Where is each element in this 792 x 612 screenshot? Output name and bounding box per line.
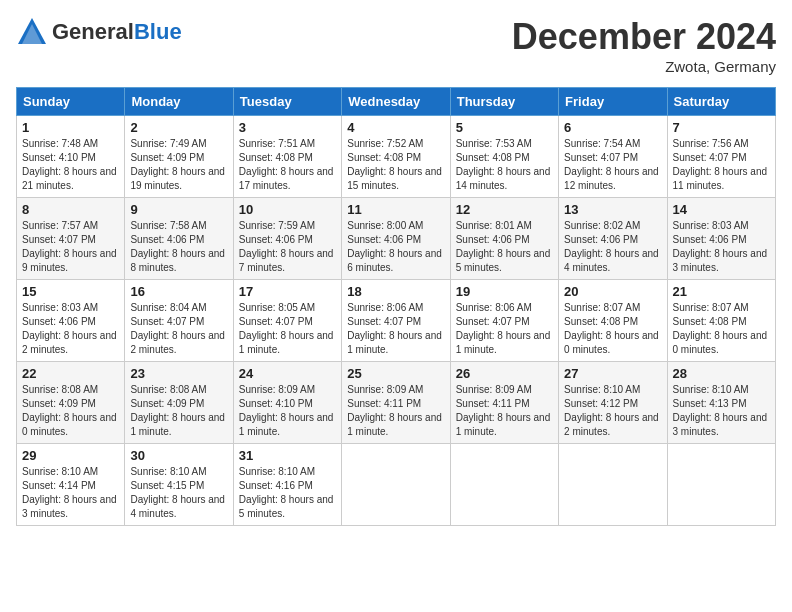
calendar-day-cell: [450, 444, 558, 526]
weekday-header-cell: Thursday: [450, 88, 558, 116]
calendar-table: SundayMondayTuesdayWednesdayThursdayFrid…: [16, 87, 776, 526]
calendar-day-cell: 10 Sunrise: 7:59 AM Sunset: 4:06 PM Dayl…: [233, 198, 341, 280]
day-info: Sunrise: 8:00 AM Sunset: 4:06 PM Dayligh…: [347, 219, 444, 275]
day-number: 13: [564, 202, 661, 217]
day-info: Sunrise: 7:58 AM Sunset: 4:06 PM Dayligh…: [130, 219, 227, 275]
day-info: Sunrise: 8:10 AM Sunset: 4:16 PM Dayligh…: [239, 465, 336, 521]
day-info: Sunrise: 8:07 AM Sunset: 4:08 PM Dayligh…: [673, 301, 770, 357]
day-info: Sunrise: 7:56 AM Sunset: 4:07 PM Dayligh…: [673, 137, 770, 193]
day-info: Sunrise: 8:05 AM Sunset: 4:07 PM Dayligh…: [239, 301, 336, 357]
day-number: 21: [673, 284, 770, 299]
calendar-body: 1 Sunrise: 7:48 AM Sunset: 4:10 PM Dayli…: [17, 116, 776, 526]
weekday-header-cell: Wednesday: [342, 88, 450, 116]
day-info: Sunrise: 7:53 AM Sunset: 4:08 PM Dayligh…: [456, 137, 553, 193]
calendar-day-cell: 6 Sunrise: 7:54 AM Sunset: 4:07 PM Dayli…: [559, 116, 667, 198]
day-number: 27: [564, 366, 661, 381]
month-title: December 2024: [512, 16, 776, 58]
day-number: 15: [22, 284, 119, 299]
day-info: Sunrise: 8:08 AM Sunset: 4:09 PM Dayligh…: [130, 383, 227, 439]
day-number: 7: [673, 120, 770, 135]
day-number: 29: [22, 448, 119, 463]
day-info: Sunrise: 8:02 AM Sunset: 4:06 PM Dayligh…: [564, 219, 661, 275]
day-info: Sunrise: 7:59 AM Sunset: 4:06 PM Dayligh…: [239, 219, 336, 275]
day-number: 26: [456, 366, 553, 381]
calendar-day-cell: [559, 444, 667, 526]
day-info: Sunrise: 8:08 AM Sunset: 4:09 PM Dayligh…: [22, 383, 119, 439]
day-number: 31: [239, 448, 336, 463]
calendar-day-cell: 26 Sunrise: 8:09 AM Sunset: 4:11 PM Dayl…: [450, 362, 558, 444]
weekday-header-cell: Sunday: [17, 88, 125, 116]
weekday-header-cell: Friday: [559, 88, 667, 116]
day-number: 8: [22, 202, 119, 217]
day-number: 9: [130, 202, 227, 217]
calendar-week-row: 8 Sunrise: 7:57 AM Sunset: 4:07 PM Dayli…: [17, 198, 776, 280]
day-info: Sunrise: 7:52 AM Sunset: 4:08 PM Dayligh…: [347, 137, 444, 193]
calendar-day-cell: 9 Sunrise: 7:58 AM Sunset: 4:06 PM Dayli…: [125, 198, 233, 280]
day-number: 1: [22, 120, 119, 135]
weekday-header-cell: Monday: [125, 88, 233, 116]
calendar-week-row: 22 Sunrise: 8:08 AM Sunset: 4:09 PM Dayl…: [17, 362, 776, 444]
calendar-day-cell: 27 Sunrise: 8:10 AM Sunset: 4:12 PM Dayl…: [559, 362, 667, 444]
day-number: 10: [239, 202, 336, 217]
day-number: 12: [456, 202, 553, 217]
calendar-day-cell: 3 Sunrise: 7:51 AM Sunset: 4:08 PM Dayli…: [233, 116, 341, 198]
day-number: 20: [564, 284, 661, 299]
day-info: Sunrise: 8:10 AM Sunset: 4:15 PM Dayligh…: [130, 465, 227, 521]
day-info: Sunrise: 8:09 AM Sunset: 4:11 PM Dayligh…: [456, 383, 553, 439]
logo-icon: [16, 16, 48, 48]
day-number: 5: [456, 120, 553, 135]
calendar-day-cell: 12 Sunrise: 8:01 AM Sunset: 4:06 PM Dayl…: [450, 198, 558, 280]
day-info: Sunrise: 8:01 AM Sunset: 4:06 PM Dayligh…: [456, 219, 553, 275]
calendar-day-cell: 1 Sunrise: 7:48 AM Sunset: 4:10 PM Dayli…: [17, 116, 125, 198]
day-number: 17: [239, 284, 336, 299]
day-number: 16: [130, 284, 227, 299]
day-info: Sunrise: 8:06 AM Sunset: 4:07 PM Dayligh…: [456, 301, 553, 357]
day-info: Sunrise: 7:48 AM Sunset: 4:10 PM Dayligh…: [22, 137, 119, 193]
day-number: 11: [347, 202, 444, 217]
calendar-day-cell: 5 Sunrise: 7:53 AM Sunset: 4:08 PM Dayli…: [450, 116, 558, 198]
day-info: Sunrise: 8:10 AM Sunset: 4:12 PM Dayligh…: [564, 383, 661, 439]
page-header: GeneralBlue December 2024 Zwota, Germany: [16, 16, 776, 75]
day-number: 23: [130, 366, 227, 381]
calendar-week-row: 1 Sunrise: 7:48 AM Sunset: 4:10 PM Dayli…: [17, 116, 776, 198]
day-number: 25: [347, 366, 444, 381]
title-area: December 2024 Zwota, Germany: [512, 16, 776, 75]
day-number: 2: [130, 120, 227, 135]
day-info: Sunrise: 8:06 AM Sunset: 4:07 PM Dayligh…: [347, 301, 444, 357]
calendar-day-cell: 18 Sunrise: 8:06 AM Sunset: 4:07 PM Dayl…: [342, 280, 450, 362]
calendar-day-cell: 23 Sunrise: 8:08 AM Sunset: 4:09 PM Dayl…: [125, 362, 233, 444]
day-info: Sunrise: 8:04 AM Sunset: 4:07 PM Dayligh…: [130, 301, 227, 357]
logo: GeneralBlue: [16, 16, 182, 48]
location: Zwota, Germany: [512, 58, 776, 75]
day-info: Sunrise: 8:09 AM Sunset: 4:11 PM Dayligh…: [347, 383, 444, 439]
day-number: 28: [673, 366, 770, 381]
calendar-day-cell: 20 Sunrise: 8:07 AM Sunset: 4:08 PM Dayl…: [559, 280, 667, 362]
day-number: 18: [347, 284, 444, 299]
weekday-header-cell: Saturday: [667, 88, 775, 116]
calendar-day-cell: 2 Sunrise: 7:49 AM Sunset: 4:09 PM Dayli…: [125, 116, 233, 198]
day-info: Sunrise: 8:07 AM Sunset: 4:08 PM Dayligh…: [564, 301, 661, 357]
calendar-day-cell: 25 Sunrise: 8:09 AM Sunset: 4:11 PM Dayl…: [342, 362, 450, 444]
calendar-day-cell: 4 Sunrise: 7:52 AM Sunset: 4:08 PM Dayli…: [342, 116, 450, 198]
calendar-day-cell: 19 Sunrise: 8:06 AM Sunset: 4:07 PM Dayl…: [450, 280, 558, 362]
day-number: 6: [564, 120, 661, 135]
calendar-day-cell: 21 Sunrise: 8:07 AM Sunset: 4:08 PM Dayl…: [667, 280, 775, 362]
calendar-day-cell: 29 Sunrise: 8:10 AM Sunset: 4:14 PM Dayl…: [17, 444, 125, 526]
calendar-day-cell: 7 Sunrise: 7:56 AM Sunset: 4:07 PM Dayli…: [667, 116, 775, 198]
calendar-day-cell: [667, 444, 775, 526]
day-number: 3: [239, 120, 336, 135]
calendar-day-cell: 11 Sunrise: 8:00 AM Sunset: 4:06 PM Dayl…: [342, 198, 450, 280]
day-number: 4: [347, 120, 444, 135]
day-info: Sunrise: 8:10 AM Sunset: 4:14 PM Dayligh…: [22, 465, 119, 521]
day-info: Sunrise: 7:49 AM Sunset: 4:09 PM Dayligh…: [130, 137, 227, 193]
weekday-header-cell: Tuesday: [233, 88, 341, 116]
day-info: Sunrise: 7:51 AM Sunset: 4:08 PM Dayligh…: [239, 137, 336, 193]
calendar-day-cell: 22 Sunrise: 8:08 AM Sunset: 4:09 PM Dayl…: [17, 362, 125, 444]
calendar-day-cell: 14 Sunrise: 8:03 AM Sunset: 4:06 PM Dayl…: [667, 198, 775, 280]
day-info: Sunrise: 7:57 AM Sunset: 4:07 PM Dayligh…: [22, 219, 119, 275]
calendar-week-row: 15 Sunrise: 8:03 AM Sunset: 4:06 PM Dayl…: [17, 280, 776, 362]
calendar-day-cell: 28 Sunrise: 8:10 AM Sunset: 4:13 PM Dayl…: [667, 362, 775, 444]
calendar-day-cell: 17 Sunrise: 8:05 AM Sunset: 4:07 PM Dayl…: [233, 280, 341, 362]
logo-text: GeneralBlue: [52, 21, 182, 43]
day-info: Sunrise: 8:10 AM Sunset: 4:13 PM Dayligh…: [673, 383, 770, 439]
